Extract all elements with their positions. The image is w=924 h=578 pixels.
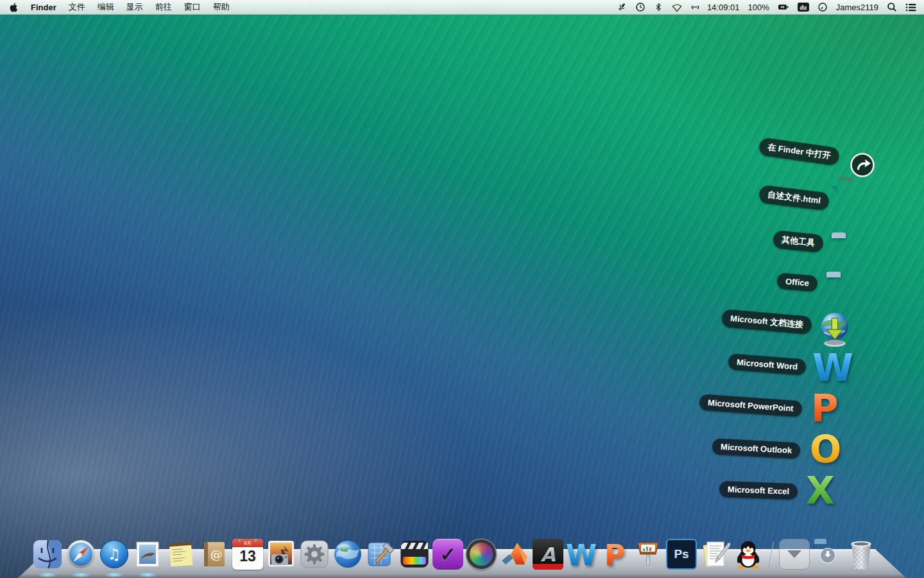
dock-item-qq[interactable] bbox=[733, 539, 764, 570]
keynote-podium-icon bbox=[633, 539, 663, 570]
menu-bar: Finder 文件 编辑 显示 前往 窗口 帮助 bbox=[0, 0, 924, 15]
stack-item-label[interactable]: 其他工具 bbox=[773, 230, 824, 253]
dock-item-omnifocus[interactable]: ✓ bbox=[432, 539, 463, 570]
dock-item-keynote[interactable] bbox=[633, 539, 663, 570]
dock-item-iphoto[interactable] bbox=[266, 539, 296, 570]
autocad-icon: A bbox=[533, 539, 563, 570]
omnifocus-check-icon: ✓ bbox=[432, 539, 463, 570]
menu-edit[interactable]: 编辑 bbox=[98, 1, 114, 13]
itunes-icon: ♫ bbox=[99, 539, 130, 570]
powerpoint-app-icon[interactable]: P bbox=[811, 390, 839, 427]
running-indicator-finder bbox=[38, 572, 56, 577]
dock-item-calendar[interactable]: 8月 13 bbox=[232, 539, 263, 570]
matlab-logo-icon bbox=[499, 539, 530, 570]
running-indicator-itunes bbox=[105, 572, 123, 577]
stickies-icon bbox=[166, 539, 196, 570]
qq-penguin-icon bbox=[733, 539, 764, 570]
stack-fan-item-readme: 自述文件.html bbox=[759, 189, 829, 207]
powerpoint-letter-icon: P bbox=[604, 541, 625, 570]
spotlight-search-icon[interactable] bbox=[887, 2, 897, 12]
dock-item-finder[interactable] bbox=[32, 539, 63, 570]
gear-icon bbox=[299, 539, 330, 570]
photoshop-icon: Ps bbox=[666, 539, 697, 570]
svg-text:@: @ bbox=[210, 547, 223, 561]
dock-item-aperture[interactable] bbox=[466, 539, 497, 570]
stack-item-label[interactable]: Microsoft Word bbox=[728, 353, 807, 375]
dictation-mic-icon[interactable] bbox=[617, 2, 627, 12]
stack-fan-item-other-tools: 其他工具 bbox=[773, 232, 823, 250]
dock-item-downloads-folder[interactable] bbox=[812, 539, 843, 570]
dock-item-matlab[interactable] bbox=[499, 539, 530, 570]
stack-fan-item-powerpoint: Microsoft PowerPoint bbox=[699, 398, 802, 414]
dock-item-trash[interactable] bbox=[846, 539, 877, 570]
menu-app-name[interactable]: Finder bbox=[31, 3, 56, 12]
bluetooth-icon[interactable] bbox=[654, 2, 663, 12]
wifi-icon[interactable] bbox=[671, 3, 683, 12]
dock-item-final-cut-pro[interactable] bbox=[399, 539, 430, 570]
menu-clock-time[interactable]: 14:09:01 bbox=[707, 3, 740, 12]
stack-fan-item-open-in-finder: 在 Finder 中打开 bbox=[759, 143, 839, 161]
clock-status-icon[interactable] bbox=[817, 2, 828, 12]
network-activity-icon[interactable]: ‹··› bbox=[691, 3, 699, 12]
dock-item-contacts[interactable]: @ bbox=[199, 539, 230, 570]
document-connection-globe-icon[interactable] bbox=[817, 310, 852, 350]
dock-item-autocad[interactable]: A bbox=[533, 539, 563, 570]
contacts-book-icon: @ bbox=[199, 539, 230, 570]
battery-icon[interactable] bbox=[778, 2, 789, 12]
dock-item-xcode[interactable] bbox=[366, 539, 397, 570]
running-indicator-mail bbox=[139, 572, 157, 577]
dock-item-open-stack[interactable] bbox=[779, 539, 810, 570]
battery-percent: 100% bbox=[748, 3, 769, 12]
stack-fan-item-outlook: Microsoft Outlook bbox=[712, 441, 800, 457]
dock-item-photoshop[interactable]: Ps bbox=[666, 539, 697, 570]
menu-go[interactable]: 前往 bbox=[155, 1, 172, 13]
dock: ♫ bbox=[0, 528, 924, 578]
dock-item-word[interactable]: W bbox=[566, 539, 597, 570]
dock-item-textedit[interactable] bbox=[699, 539, 730, 570]
stack-open-chevron-icon bbox=[779, 539, 810, 570]
dock-item-safari[interactable] bbox=[65, 539, 96, 570]
apple-logo-icon bbox=[9, 2, 19, 13]
menu-help[interactable]: 帮助 bbox=[213, 1, 230, 13]
stack-item-label[interactable]: Microsoft Excel bbox=[719, 481, 798, 500]
iphoto-icon bbox=[266, 539, 296, 570]
word-letter-icon: W bbox=[566, 541, 597, 570]
stack-item-label[interactable]: Microsoft Outlook bbox=[712, 438, 800, 459]
xcode-hammer-icon bbox=[366, 539, 397, 570]
dock-item-powerpoint[interactable]: P bbox=[599, 539, 630, 570]
aperture-lens-icon bbox=[466, 539, 496, 569]
menu-view[interactable]: 显示 bbox=[126, 1, 143, 13]
calendar-month: 8月 bbox=[232, 539, 263, 547]
menu-file[interactable]: 文件 bbox=[69, 1, 85, 13]
notification-center-icon[interactable] bbox=[905, 3, 916, 12]
user-menu[interactable]: James2119 bbox=[836, 3, 878, 12]
time-machine-icon[interactable] bbox=[635, 2, 646, 12]
safari-icon bbox=[65, 539, 96, 570]
desktop: { "menu_bar": { "app_name": "Finder", "m… bbox=[0, 0, 924, 578]
stack-fan-item-office: Office bbox=[777, 274, 817, 290]
word-app-icon[interactable]: W bbox=[812, 349, 853, 387]
excel-app-icon[interactable]: X bbox=[806, 472, 835, 509]
outlook-app-icon[interactable]: O bbox=[810, 431, 841, 468]
svg-text:♫: ♫ bbox=[108, 546, 121, 563]
dock-divider bbox=[769, 541, 774, 568]
dock-item-itunes[interactable]: ♫ bbox=[99, 539, 130, 570]
dock-item-stickies[interactable] bbox=[166, 539, 196, 570]
apple-menu[interactable] bbox=[9, 2, 19, 13]
textedit-paper-pen-icon bbox=[699, 539, 730, 570]
trash-basket-icon bbox=[846, 539, 877, 571]
dock-item-google-earth[interactable] bbox=[332, 539, 363, 570]
menu-window[interactable]: 窗口 bbox=[184, 1, 201, 13]
stack-item-label[interactable]: Office bbox=[776, 272, 818, 292]
dock-item-system-preferences[interactable] bbox=[299, 539, 330, 570]
dock-item-mail[interactable] bbox=[132, 539, 163, 570]
stack-fan-item-excel: Microsoft Excel bbox=[719, 482, 798, 498]
download-arrow-badge bbox=[820, 548, 835, 563]
finder-icon bbox=[32, 539, 63, 570]
calendar-icon: 8月 13 bbox=[232, 539, 263, 570]
baidu-input-icon[interactable]: du bbox=[798, 3, 809, 12]
running-indicator-safari bbox=[72, 572, 90, 577]
google-earth-globe-icon bbox=[332, 539, 363, 570]
stack-fan-item-word: Microsoft Word bbox=[728, 356, 806, 372]
mail-stamp-icon bbox=[132, 539, 163, 570]
